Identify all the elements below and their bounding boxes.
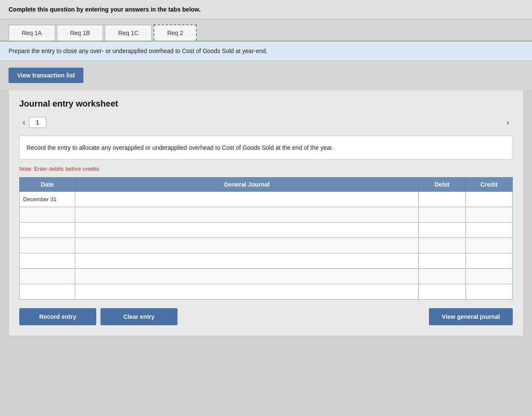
entry-description: Record the entry to allocate any overapp… bbox=[19, 136, 513, 160]
credit-cell-7[interactable] bbox=[466, 284, 513, 300]
credit-cell-2[interactable] bbox=[466, 207, 513, 223]
debit-input-3[interactable] bbox=[421, 226, 463, 234]
req-instruction: Prepare the entry to close any over- or … bbox=[0, 42, 532, 61]
journal-input-1[interactable] bbox=[78, 195, 416, 203]
journal-cell-1[interactable] bbox=[75, 192, 419, 207]
date-cell-2 bbox=[20, 207, 75, 223]
credit-input-2[interactable] bbox=[468, 211, 510, 219]
tab-req1a[interactable]: Req 1A bbox=[9, 25, 55, 41]
debit-cell-6[interactable] bbox=[419, 269, 466, 284]
journal-input-7[interactable] bbox=[78, 288, 416, 296]
debit-input-7[interactable] bbox=[421, 288, 463, 296]
date-cell-1: December 31 bbox=[20, 192, 75, 207]
action-bar: View transaction list bbox=[0, 61, 532, 90]
prev-page-button[interactable]: ‹ bbox=[19, 116, 29, 129]
view-transaction-list-button[interactable]: View transaction list bbox=[9, 68, 83, 83]
credit-input-4[interactable] bbox=[468, 241, 510, 250]
instruction-text: Complete this question by entering your … bbox=[9, 6, 201, 13]
journal-input-4[interactable] bbox=[78, 241, 416, 250]
credit-cell-4[interactable] bbox=[466, 238, 513, 253]
date-cell-7 bbox=[20, 284, 75, 300]
journal-cell-3[interactable] bbox=[75, 223, 419, 238]
view-general-journal-button[interactable]: View general journal bbox=[429, 308, 513, 325]
next-page-button[interactable]: › bbox=[503, 116, 513, 129]
table-row bbox=[20, 223, 513, 238]
col-header-date: Date bbox=[20, 178, 75, 192]
date-cell-4 bbox=[20, 238, 75, 253]
table-row: December 31 bbox=[20, 192, 513, 207]
credit-input-1[interactable] bbox=[468, 195, 510, 203]
journal-input-2[interactable] bbox=[78, 211, 416, 219]
bottom-buttons: Record entry Clear entry View general jo… bbox=[19, 308, 513, 325]
instruction-bar: Complete this question by entering your … bbox=[0, 0, 532, 19]
debit-input-5[interactable] bbox=[421, 257, 463, 265]
journal-input-3[interactable] bbox=[78, 226, 416, 234]
journal-input-6[interactable] bbox=[78, 272, 416, 280]
tabs-row: Req 1A Req 1B Req 1C Req 2 bbox=[0, 19, 532, 42]
debit-cell-5[interactable] bbox=[419, 253, 466, 269]
table-row bbox=[20, 269, 513, 284]
table-row bbox=[20, 253, 513, 269]
worksheet-title: Journal entry worksheet bbox=[19, 99, 513, 109]
journal-cell-6[interactable] bbox=[75, 269, 419, 284]
page-wrapper: Complete this question by entering your … bbox=[0, 0, 532, 336]
debit-cell-1[interactable] bbox=[419, 192, 466, 207]
tab-req1c[interactable]: Req 1C bbox=[105, 25, 151, 41]
req-instruction-text: Prepare the entry to close any over- or … bbox=[9, 48, 267, 54]
debit-cell-3[interactable] bbox=[419, 223, 466, 238]
credit-input-6[interactable] bbox=[468, 272, 510, 280]
journal-input-5[interactable] bbox=[78, 257, 416, 265]
journal-cell-7[interactable] bbox=[75, 284, 419, 300]
credit-cell-3[interactable] bbox=[466, 223, 513, 238]
table-body: December 31 bbox=[20, 192, 513, 300]
worksheet-container: Journal entry worksheet ‹ 1 › Record the… bbox=[9, 90, 523, 336]
col-header-journal: General Journal bbox=[75, 178, 419, 192]
debit-input-6[interactable] bbox=[421, 272, 463, 280]
debit-cell-2[interactable] bbox=[419, 207, 466, 223]
record-entry-button[interactable]: Record entry bbox=[19, 308, 96, 325]
date-cell-6 bbox=[20, 269, 75, 284]
credit-cell-6[interactable] bbox=[466, 269, 513, 284]
journal-cell-2[interactable] bbox=[75, 207, 419, 223]
page-number-box: 1 bbox=[29, 117, 46, 128]
clear-entry-button[interactable]: Clear entry bbox=[100, 308, 177, 325]
credit-input-5[interactable] bbox=[468, 257, 510, 265]
table-row bbox=[20, 284, 513, 300]
table-row bbox=[20, 207, 513, 223]
debit-input-1[interactable] bbox=[421, 195, 463, 203]
credit-input-7[interactable] bbox=[468, 288, 510, 296]
date-cell-5 bbox=[20, 253, 75, 269]
journal-cell-4[interactable] bbox=[75, 238, 419, 253]
credit-cell-1[interactable] bbox=[466, 192, 513, 207]
credit-input-3[interactable] bbox=[468, 226, 510, 234]
debit-cell-4[interactable] bbox=[419, 238, 466, 253]
date-cell-3 bbox=[20, 223, 75, 238]
tab-req2[interactable]: Req 2 bbox=[154, 24, 197, 41]
debit-input-2[interactable] bbox=[421, 211, 463, 219]
tab-req1b[interactable]: Req 1B bbox=[57, 25, 103, 41]
col-header-credit: Credit bbox=[466, 178, 513, 192]
col-header-debit: Debit bbox=[419, 178, 466, 192]
table-header-row: Date General Journal Debit Credit bbox=[20, 178, 513, 192]
journal-cell-5[interactable] bbox=[75, 253, 419, 269]
debit-cell-7[interactable] bbox=[419, 284, 466, 300]
nav-row: ‹ 1 › bbox=[19, 116, 513, 129]
table-row bbox=[20, 238, 513, 253]
debit-input-4[interactable] bbox=[421, 241, 463, 250]
note-text: Note: Enter debits before credits. bbox=[19, 166, 513, 172]
credit-cell-5[interactable] bbox=[466, 253, 513, 269]
journal-table: Date General Journal Debit Credit Decemb… bbox=[19, 177, 513, 300]
